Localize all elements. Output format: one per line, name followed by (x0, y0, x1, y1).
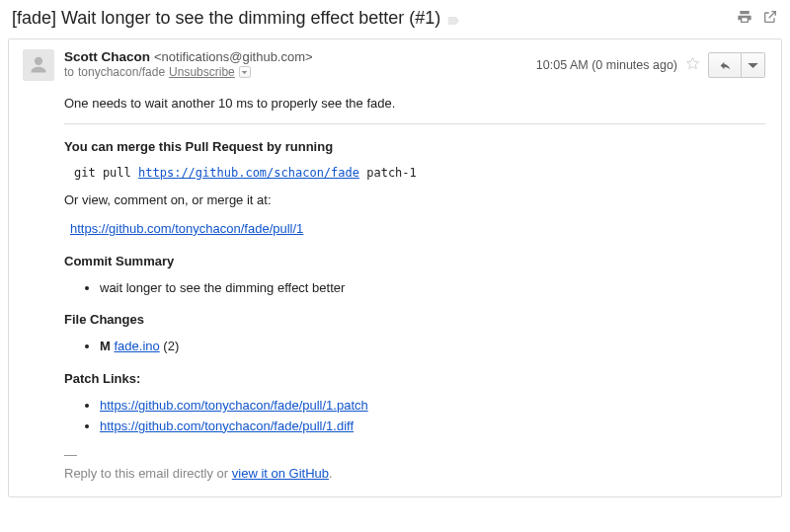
reply-button[interactable] (708, 52, 742, 78)
commit-summary-list: wait longer to see the dimming effect be… (64, 279, 765, 298)
file-change-count: (2) (160, 339, 180, 353)
view-on-github-link[interactable]: view it on GitHub (232, 466, 329, 481)
avatar (23, 49, 54, 81)
details-dropdown[interactable] (239, 66, 251, 78)
merge-heading: You can merge this Pull Request by runni… (64, 138, 765, 157)
sender-line2: to tonychacon/fade Unsubscribe (64, 65, 526, 79)
message-body: One needs to wait another 10 ms to prope… (64, 95, 765, 483)
sig-text: Reply to this email directly or (64, 466, 232, 481)
email-signature: — Reply to this email directly or view i… (64, 446, 765, 484)
timestamp: 10:05 AM (0 minutes ago) (536, 58, 677, 72)
sender-address: <notifications@github.com> (154, 49, 313, 64)
to-recipient: tonychacon/fade (78, 65, 165, 79)
reply-button-group (708, 52, 765, 78)
subject-wrap: [fade] Wait longer to see the dimming ef… (12, 8, 737, 29)
file-change-item: M fade.ino (2) (100, 338, 765, 356)
star-icon[interactable] (685, 56, 700, 74)
print-icon[interactable] (737, 9, 752, 28)
header-actions (737, 9, 778, 28)
file-changes-heading: File Changes (64, 311, 765, 330)
commit-summary-heading: Commit Summary (64, 253, 765, 271)
message-header: Scott Chacon <notifications@github.com> … (23, 49, 765, 81)
message-meta: 10:05 AM (0 minutes ago) (536, 49, 765, 81)
sender-name: Scott Chacon (64, 49, 150, 64)
sender-line1: Scott Chacon <notifications@github.com> (64, 49, 526, 64)
file-changes-list: M fade.ino (2) (64, 338, 765, 356)
git-suffix: patch-1 (359, 166, 417, 180)
unsubscribe-link[interactable]: Unsubscribe (169, 65, 235, 79)
patch-links-heading: Patch Links: (64, 370, 765, 389)
commit-summary-item: wait longer to see the dimming effect be… (100, 279, 765, 298)
diff-link[interactable]: https://github.com/tonychacon/fade/pull/… (100, 418, 354, 433)
subject-bar: [fade] Wait longer to see the dimming ef… (0, 0, 790, 35)
git-prefix: git pull (74, 166, 138, 180)
sender-block: Scott Chacon <notifications@github.com> … (64, 49, 526, 81)
or-view-text: Or view, comment on, or merge it at: (64, 191, 765, 210)
git-command: git pull https://github.com/schacon/fade… (74, 165, 765, 182)
more-actions-button[interactable] (742, 52, 765, 78)
to-prefix: to (64, 65, 74, 79)
file-change-link[interactable]: fade.ino (114, 339, 159, 353)
git-repo-link[interactable]: https://github.com/schacon/fade (138, 166, 359, 180)
pull-request-link[interactable]: https://github.com/tonychacon/fade/pull/… (70, 221, 303, 236)
patch-links-list: https://github.com/tonychacon/fade/pull/… (64, 397, 765, 436)
label-icon[interactable] (446, 12, 460, 26)
sig-period: . (329, 466, 333, 481)
divider (64, 123, 765, 124)
patch-link[interactable]: https://github.com/tonychacon/fade/pull/… (100, 398, 368, 413)
sig-dash: — (64, 446, 765, 465)
file-change-flag: M (100, 339, 111, 353)
new-window-icon[interactable] (762, 9, 778, 28)
email-subject: [fade] Wait longer to see the dimming ef… (12, 8, 440, 29)
message-card: Scott Chacon <notifications@github.com> … (8, 38, 782, 497)
intro-text: One needs to wait another 10 ms to prope… (64, 95, 765, 114)
